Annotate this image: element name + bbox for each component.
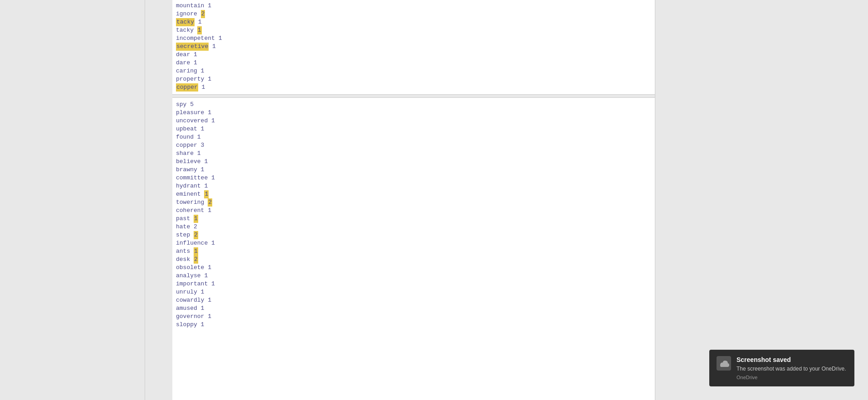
word-text: analyse: [176, 272, 204, 280]
word-count: 1: [194, 51, 197, 59]
word-count: 1: [208, 296, 211, 304]
list-item: found 1: [176, 133, 651, 141]
word-text: past: [176, 215, 194, 223]
word-text: step: [176, 231, 194, 239]
word-count: 1: [209, 43, 216, 51]
highlighted-number: 1: [197, 26, 202, 34]
notification-title: Screenshot saved: [736, 356, 847, 363]
word-text: caring: [176, 67, 201, 75]
word-count: 1: [201, 125, 205, 133]
onedrive-cloud-icon: [717, 356, 731, 371]
word-count: 1: [211, 117, 215, 125]
list-item: step 2: [176, 231, 651, 239]
word-text: brawny: [176, 166, 201, 174]
word-text: eminent: [176, 190, 204, 198]
word-count: 1: [211, 239, 215, 247]
word-count: 1: [201, 67, 205, 75]
word-count: 1: [197, 149, 201, 158]
list-item: dare 1: [176, 59, 651, 67]
list-item: upbeat 1: [176, 125, 651, 133]
word-text: share: [176, 149, 197, 158]
word-count: 1: [208, 207, 211, 215]
list-item: cowardly 1: [176, 296, 651, 304]
word-text: coherent: [176, 207, 208, 215]
word-count: 1: [194, 59, 197, 67]
list-item: governor 1: [176, 313, 651, 321]
list-item: coherent 1: [176, 207, 651, 215]
word-count: 1: [208, 313, 211, 321]
word-count: 3: [201, 141, 205, 149]
list-item: tacky 1: [176, 18, 651, 26]
word-count: 1: [204, 158, 208, 166]
word-count: 5: [190, 101, 194, 109]
list-item: unruly 1: [176, 288, 651, 296]
notification-source: OneDrive: [736, 375, 847, 380]
highlighted-number: 2: [208, 198, 212, 207]
notification-text-block: Screenshot saved The screenshot was adde…: [736, 356, 847, 380]
word-text: pleasure: [176, 109, 208, 117]
notification-icon-wrapper: [717, 356, 731, 371]
list-item: past 1: [176, 215, 651, 223]
word-text: spy: [176, 101, 190, 109]
block-separator: [172, 94, 655, 98]
list-item: mountain 1: [176, 2, 651, 10]
list-item: desk 2: [176, 255, 651, 264]
highlighted-number: 1: [204, 190, 209, 198]
word-text: amused: [176, 304, 201, 313]
word-text: ignore: [176, 10, 201, 18]
notification-toast: Screenshot saved The screenshot was adde…: [709, 350, 854, 386]
word-text: desk: [176, 255, 194, 264]
highlighted-number: 2: [201, 10, 205, 18]
right-panel: [655, 0, 868, 400]
word-text: sloppy: [176, 321, 201, 329]
text-block-1: mountain 1ignore 2tacky 1tacky 1incompet…: [172, 0, 655, 93]
list-item: incompetent 1: [176, 34, 651, 43]
word-count: 2: [194, 223, 197, 231]
list-item: believe 1: [176, 158, 651, 166]
word-text: cowardly: [176, 296, 208, 304]
list-item: copper 1: [176, 83, 651, 92]
list-item: ignore 2: [176, 10, 651, 18]
left-panel: [0, 0, 145, 400]
left-gutter: [145, 0, 172, 400]
list-item: important 1: [176, 280, 651, 288]
word-count: 1: [201, 304, 205, 313]
word-text: upbeat: [176, 125, 201, 133]
text-block-2: spy 5pleasure 1uncovered 1upbeat 1found …: [172, 99, 655, 331]
list-item: caring 1: [176, 67, 651, 75]
word-count: 1: [208, 264, 211, 272]
word-count: 1: [211, 280, 215, 288]
list-item: share 1: [176, 149, 651, 158]
word-text: dare: [176, 59, 194, 67]
list-item: tacky 1: [176, 26, 651, 34]
list-item: uncovered 1: [176, 117, 651, 125]
list-item: secretive 1: [176, 43, 651, 51]
notification-body: The screenshot was added to your OneDriv…: [736, 365, 847, 373]
list-item: eminent 1: [176, 190, 651, 198]
highlighted-word: copper: [176, 83, 198, 92]
highlighted-number: 2: [194, 255, 198, 264]
word-count: 1: [201, 288, 205, 296]
word-text: obsolete: [176, 264, 208, 272]
highlighted-number: 1: [194, 247, 198, 255]
word-count: 1: [197, 133, 201, 141]
word-text: believe: [176, 158, 204, 166]
word-text: influence: [176, 239, 211, 247]
list-item: sloppy 1: [176, 321, 651, 329]
word-text: dear: [176, 51, 194, 59]
word-text: important: [176, 280, 211, 288]
word-text: uncovered: [176, 117, 211, 125]
main-content: mountain 1ignore 2tacky 1tacky 1incompet…: [172, 0, 655, 400]
list-item: towering 2: [176, 198, 651, 207]
word-text: towering: [176, 198, 208, 207]
word-text: ants: [176, 247, 194, 255]
word-count: 1: [198, 83, 205, 92]
word-count: 1: [208, 2, 211, 10]
list-item: copper 3: [176, 141, 651, 149]
list-item: hydrant 1: [176, 182, 651, 190]
word-text: copper: [176, 141, 201, 149]
word-count: 1: [201, 166, 205, 174]
word-count: 1: [211, 174, 215, 182]
list-item: obsolete 1: [176, 264, 651, 272]
word-text: mountain: [176, 2, 208, 10]
